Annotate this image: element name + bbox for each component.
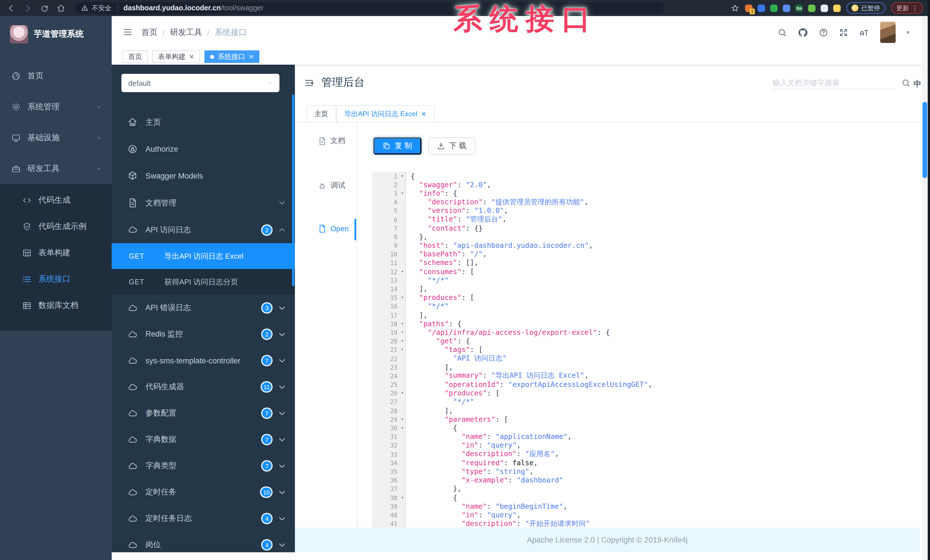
chevron-down-icon[interactable] xyxy=(277,461,287,471)
chevron-down-icon[interactable] xyxy=(96,135,102,141)
fold-caret-icon[interactable]: ▾ xyxy=(401,495,404,500)
api-group-5[interactable]: 字典数据7 xyxy=(112,427,295,453)
font-size-icon[interactable] xyxy=(859,27,869,37)
fold-caret-icon[interactable]: ▾ xyxy=(401,321,404,326)
fold-caret-icon[interactable]: ▾ xyxy=(401,347,404,352)
back-icon[interactable] xyxy=(7,4,15,12)
tag-2[interactable]: 系统接口✕ xyxy=(205,51,259,63)
help-icon[interactable] xyxy=(819,28,828,37)
api-group-7[interactable]: 定时任务10 xyxy=(112,479,295,505)
extension-icon-1[interactable] xyxy=(758,4,765,12)
close-icon[interactable]: ✕ xyxy=(248,54,254,60)
extension-icon-2[interactable] xyxy=(770,4,778,12)
fold-caret-icon[interactable]: ▾ xyxy=(401,190,404,196)
group-select[interactable]: default xyxy=(122,74,279,92)
sidebar-item-0[interactable]: 首页 xyxy=(0,61,112,92)
api-group-1[interactable]: Redis 监控2 xyxy=(112,321,295,347)
fold-caret-icon[interactable]: ▾ xyxy=(401,338,404,344)
chevron-down-icon[interactable] xyxy=(277,329,287,339)
fold-caret-icon[interactable]: ▾ xyxy=(401,269,404,274)
chevron-down-icon[interactable] xyxy=(277,514,287,523)
extension-icon-7[interactable] xyxy=(833,4,841,12)
sidebar-subitem-1[interactable]: 代码生成示例 xyxy=(0,213,112,240)
chevron-down-icon[interactable] xyxy=(277,435,287,444)
api-group-3[interactable]: 代码生成器11 xyxy=(112,374,295,400)
api-group-0[interactable]: API 错误日志3 xyxy=(112,295,295,321)
avatar-caret-icon[interactable]: ▾ xyxy=(907,29,909,35)
sidebar-subitem-2[interactable]: 表单构建 xyxy=(0,240,112,266)
chevron-down-icon[interactable] xyxy=(277,356,287,365)
doc-nav-调试[interactable]: 调试 xyxy=(318,180,345,190)
user-avatar[interactable] xyxy=(880,22,896,43)
logo-row[interactable]: 芋道管理系统 xyxy=(0,16,112,46)
extension-icon-4[interactable]: Gn xyxy=(795,4,803,12)
breadcrumb-item-2[interactable]: 系统接口 xyxy=(215,28,247,38)
tag-0[interactable]: 首页 xyxy=(123,51,148,63)
chevron-down-icon[interactable] xyxy=(96,104,102,110)
api-group-8[interactable]: 定时任务日志4 xyxy=(112,505,295,532)
swagger-nav-item-0[interactable]: 主页 xyxy=(112,109,295,136)
home-icon[interactable] xyxy=(57,4,65,12)
chevron-down-icon[interactable] xyxy=(277,408,287,418)
chevron-down-icon[interactable] xyxy=(277,540,287,550)
fold-caret-icon[interactable]: ▾ xyxy=(401,173,404,178)
security-label[interactable]: 不安全 xyxy=(92,4,111,12)
chevron-up-icon[interactable] xyxy=(96,166,102,172)
doc-search-input[interactable] xyxy=(773,77,896,89)
api-group-6[interactable]: 字典类型7 xyxy=(112,453,295,479)
chevron-down-icon[interactable] xyxy=(277,487,287,497)
page-scrollbar-thumb[interactable] xyxy=(922,102,927,178)
sidebar-subitem-0[interactable]: 代码生成 xyxy=(0,187,112,213)
fold-caret-icon[interactable]: ▾ xyxy=(401,391,404,396)
chevron-down-icon[interactable] xyxy=(277,303,287,313)
sidebar-item-1[interactable]: 系统管理 xyxy=(0,92,112,123)
extension-icon-5[interactable] xyxy=(808,4,816,12)
fold-caret-icon[interactable]: ▾ xyxy=(401,417,404,422)
swagger-nav-item-3[interactable]: 文档管理 xyxy=(112,189,295,216)
paused-badge[interactable]: 已暂停 xyxy=(846,2,885,14)
github-icon[interactable] xyxy=(798,27,808,37)
close-icon[interactable]: ✕ xyxy=(189,54,194,60)
breadcrumb-item-1[interactable]: 研发工具 xyxy=(170,28,202,38)
bookmark-star-icon[interactable] xyxy=(731,4,739,12)
tag-1[interactable]: 表单构建✕ xyxy=(152,51,200,63)
sidebar-subitem-3[interactable]: 系统接口 xyxy=(0,266,112,293)
extension-icon-0[interactable]: 1 xyxy=(745,4,753,12)
api-group-9[interactable]: 岗位4 xyxy=(112,532,295,552)
chevron-down-icon[interactable] xyxy=(277,198,287,208)
update-button[interactable]: 更新⋮ xyxy=(891,2,923,14)
swagger-nav-item-1[interactable]: Authorize xyxy=(112,136,295,163)
api-group-2[interactable]: sys-sms-template-controller7 xyxy=(112,347,295,374)
breadcrumb-item-0[interactable]: 首页 xyxy=(142,28,157,38)
extension-icon-6[interactable] xyxy=(821,4,828,12)
fullscreen-icon[interactable] xyxy=(839,28,848,37)
chevron-up-icon[interactable] xyxy=(277,225,287,235)
download-button[interactable]: 下 载 xyxy=(428,137,475,155)
search-icon[interactable] xyxy=(778,28,787,37)
sidebar-item-2[interactable]: 基础设施 xyxy=(0,123,112,153)
hamburger-icon[interactable] xyxy=(123,27,133,37)
doc-nav-Open[interactable]: Open xyxy=(318,224,349,233)
close-icon[interactable]: ✕ xyxy=(421,110,427,118)
sidebar-item-3[interactable]: 研发工具 xyxy=(0,153,112,184)
sidebar-subitem-4[interactable]: 数据库文档 xyxy=(0,293,112,319)
doc-tab-0[interactable]: 主页 xyxy=(306,105,336,122)
operation-row-0[interactable]: GET导出API 访问日志 Excel xyxy=(112,243,295,269)
swagger-nav-item-4[interactable]: API 访问日志2 xyxy=(112,216,295,243)
fold-caret-icon[interactable]: ▾ xyxy=(401,330,404,335)
extension-icon-3[interactable] xyxy=(783,4,790,12)
language-toggle-icon[interactable]: 中 xyxy=(914,79,921,89)
copy-button[interactable]: 复 制 xyxy=(373,137,422,155)
operation-row-1[interactable]: GET获得API 访问日志分页 xyxy=(112,269,295,295)
reload-icon[interactable] xyxy=(40,4,49,12)
fold-caret-icon[interactable]: ▾ xyxy=(401,425,404,430)
doc-search-icon[interactable] xyxy=(901,78,910,87)
doc-nav-文档[interactable]: 文档 xyxy=(318,136,345,146)
doc-tab-1[interactable]: 导出API 访问日志 Excel✕ xyxy=(336,105,434,122)
swagger-nav-item-2[interactable]: Swagger Models xyxy=(112,163,295,189)
api-group-4[interactable]: 参数配置7 xyxy=(112,400,295,427)
swagger-sidebar-scrollbar[interactable] xyxy=(292,94,294,286)
fold-caret-icon[interactable]: ▾ xyxy=(401,295,404,300)
page-scrollbar-track[interactable] xyxy=(922,16,928,560)
forward-icon[interactable] xyxy=(23,4,32,12)
